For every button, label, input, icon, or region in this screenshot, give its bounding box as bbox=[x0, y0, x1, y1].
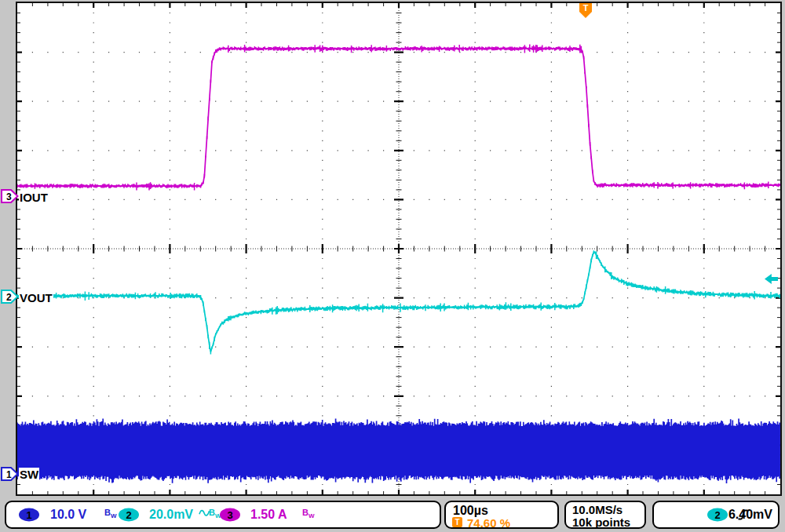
bw-b: B bbox=[302, 508, 309, 517]
acquisition-box: 10.0MS/s 10k points bbox=[564, 501, 646, 529]
trigger-position-value: 74.60 % bbox=[467, 516, 510, 530]
channel-3-marker-number: 3 bbox=[6, 191, 12, 202]
oscilloscope-screen: 3 IOUT 2 VOUT 1 SW T 1 10.0 V BW 2 20.0m… bbox=[0, 0, 785, 532]
graticule bbox=[16, 2, 782, 496]
channel-2-marker-number: 2 bbox=[6, 292, 12, 303]
ch2-scale-readout: 20.0mV bbox=[149, 508, 193, 522]
channel-2-position-marker: 2 bbox=[1, 290, 19, 304]
ch2-badge: 2 bbox=[119, 508, 139, 522]
channel-3-position-marker: 3 bbox=[1, 189, 19, 203]
vout-trace-label: VOUT bbox=[19, 291, 53, 304]
timebase-box: 100µs T 74.60 % bbox=[444, 501, 559, 529]
trigger-level-value: 6.40mV bbox=[728, 508, 772, 522]
record-length-readout: 10k points bbox=[572, 516, 630, 529]
ch3-scale-readout: 1.50 A bbox=[250, 508, 287, 522]
channel-1-position-marker: 1 bbox=[1, 467, 19, 481]
channel-1-marker-number: 1 bbox=[6, 469, 12, 480]
bw-b: B bbox=[209, 508, 215, 517]
ch3-bandwidth-limit-icon: BW bbox=[302, 508, 315, 519]
sample-rate-readout: 10.0MS/s bbox=[572, 503, 623, 516]
sw-trace-label: SW bbox=[19, 468, 39, 481]
bw-w: W bbox=[309, 512, 315, 519]
ch1-scale-readout: 10.0 V bbox=[50, 508, 86, 522]
channel-readouts-box: 1 10.0 V BW 2 20.0mV BW 3 1.50 A BW bbox=[5, 501, 441, 529]
bw-w: W bbox=[111, 512, 117, 519]
ch3-badge: 3 bbox=[220, 508, 240, 522]
bw-b: B bbox=[104, 508, 111, 517]
ch1-bandwidth-limit-icon: BW bbox=[104, 508, 117, 519]
trigger-box: 2 6.40mV bbox=[652, 501, 780, 529]
ch1-badge: 1 bbox=[19, 508, 39, 522]
iout-trace-label: IOUT bbox=[19, 191, 49, 204]
trigger-source-badge: 2 bbox=[707, 508, 728, 522]
trigger-position-icon: T bbox=[452, 517, 462, 527]
waveform-plot bbox=[17, 3, 780, 494]
